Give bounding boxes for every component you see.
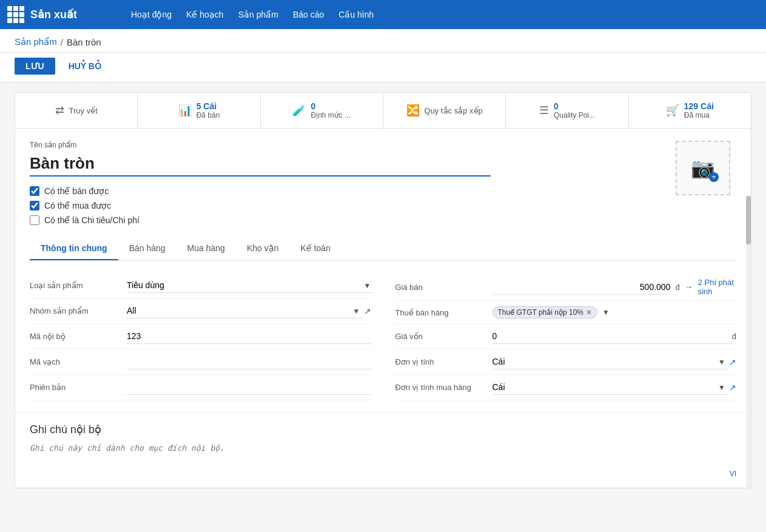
gia-ban-arrow: → bbox=[685, 282, 693, 292]
da-ban-num: 5 Cái bbox=[197, 101, 220, 111]
gia-ban-currency: đ bbox=[675, 283, 679, 292]
nhom-san-pham-label: Nhóm sản phẩm bbox=[30, 306, 127, 315]
tab-ke-toan[interactable]: Kế toán bbox=[289, 237, 341, 260]
stat-dinh-muc[interactable]: 🧪 0 Định mức ... bbox=[261, 93, 383, 128]
checkbox-co-the-mua: Có thể mua được bbox=[30, 201, 661, 210]
nav-item-san-pham[interactable]: Sản phẩm bbox=[238, 10, 278, 19]
app-logo[interactable]: Sản xuất bbox=[7, 6, 116, 23]
nhom-san-pham-value: All ▼ ↗ bbox=[127, 303, 371, 318]
tabs: Thông tin chung Bán hàng Mua hàng Kho vậ… bbox=[30, 237, 736, 261]
top-navigation: Sản xuất Hoạt động Kế hoạch Sản phẩm Báo… bbox=[0, 0, 766, 29]
dinh-muc-label: Định mức ... bbox=[311, 111, 351, 120]
nhom-san-pham-select[interactable]: All bbox=[127, 303, 363, 318]
camera-icon: 📷 + bbox=[691, 157, 715, 180]
main-content: ⇄ Truy vết 📊 5 Cái Đã bán 🧪 0 Định mức .… bbox=[0, 82, 766, 498]
field-don-vi-tinh-mua-hang: Đơn vị tính mua hàng Cái ▼ ↗ bbox=[395, 375, 737, 400]
ma-vach-input[interactable] bbox=[127, 354, 371, 369]
thue-ban-hang-label: Thuế bán hàng bbox=[395, 308, 492, 317]
ma-noi-bo-input[interactable] bbox=[127, 329, 371, 344]
gia-ban-label: Giá bán bbox=[395, 283, 492, 292]
don-vi-tinh-mua-hang-label: Đơn vị tính mua hàng bbox=[395, 383, 492, 392]
cb-co-the-ban-label[interactable]: Có thể bán được bbox=[44, 186, 109, 196]
phien-ban-input[interactable] bbox=[127, 380, 371, 395]
da-mua-icon: 🛒 bbox=[666, 104, 679, 117]
da-mua-label: Đã mua bbox=[684, 111, 714, 120]
da-mua-num: 129 Cái bbox=[684, 101, 714, 111]
field-phien-ban: Phiên bản bbox=[30, 375, 371, 400]
field-gia-von: Giá vốn đ bbox=[395, 324, 737, 349]
field-don-vi-tinh: Đơn vị tính Cái ▼ ↗ bbox=[395, 349, 737, 375]
notes-textarea[interactable] bbox=[30, 443, 736, 468]
product-card: ⇄ Truy vết 📊 5 Cái Đã bán 🧪 0 Định mức .… bbox=[15, 92, 751, 488]
da-ban-label: Đã bán bbox=[197, 111, 220, 120]
breadcrumb-parent[interactable]: Sản phẩm bbox=[15, 36, 57, 47]
field-nhom-san-pham: Nhóm sản phẩm All ▼ ↗ bbox=[30, 298, 371, 324]
stats-bar: ⇄ Truy vết 📊 5 Cái Đã bán 🧪 0 Định mức .… bbox=[15, 93, 751, 129]
breadcrumb-separator: / bbox=[61, 37, 63, 47]
tab-ban-hang[interactable]: Bán hàng bbox=[118, 237, 176, 260]
scrollbar-thumb[interactable] bbox=[746, 196, 751, 244]
quality-label: Quality Poi... bbox=[554, 111, 595, 120]
grid-apps-icon[interactable] bbox=[7, 6, 24, 23]
tab-mua-hang[interactable]: Mua hàng bbox=[176, 237, 236, 260]
cancel-button[interactable]: HUỶ BỎ bbox=[61, 58, 109, 75]
cb-co-the-la-label[interactable]: Có thể là Chi tiêu/Chi phí bbox=[44, 215, 139, 225]
quy-tac-label: Quy tắc sắp xếp bbox=[425, 106, 483, 115]
nav-item-cau-hinh[interactable]: Cấu hình bbox=[338, 10, 374, 19]
don-vi-tinh-select[interactable]: Cái bbox=[492, 354, 728, 369]
save-button[interactable]: LƯU bbox=[15, 58, 55, 75]
gia-ban-extra[interactable]: 2 Phí phát sinh bbox=[698, 278, 736, 296]
cb-co-the-mua-input[interactable] bbox=[30, 201, 39, 210]
stat-truy-vet[interactable]: ⇄ Truy vết bbox=[15, 93, 138, 128]
field-ma-vach: Mã vạch bbox=[30, 349, 371, 375]
truy-vet-label: Truy vết bbox=[69, 106, 98, 115]
gia-von-currency: đ bbox=[732, 332, 736, 341]
don-vi-tinh-external-icon[interactable]: ↗ bbox=[729, 357, 736, 367]
dinh-muc-icon: 🧪 bbox=[292, 104, 306, 117]
scrollbar[interactable] bbox=[746, 196, 751, 488]
stat-quy-tac[interactable]: 🔀 Quy tắc sắp xếp bbox=[383, 93, 506, 128]
don-vi-tinh-mua-hang-external-icon[interactable]: ↗ bbox=[729, 383, 736, 392]
stat-da-ban[interactable]: 📊 5 Cái Đã bán bbox=[138, 93, 260, 128]
breadcrumb: Sản phẩm / Bàn tròn bbox=[0, 29, 766, 53]
gia-von-input[interactable] bbox=[492, 329, 732, 344]
photo-upload[interactable]: 📷 + bbox=[676, 141, 730, 195]
thue-ban-hang-arrow: ▼ bbox=[602, 308, 610, 317]
checkbox-co-the-ban: Có thể bán được bbox=[30, 186, 661, 196]
checkbox-group: Có thể bán được Có thể mua được Có thể l… bbox=[30, 186, 661, 225]
nav-item-ke-hoach[interactable]: Kế hoạch bbox=[186, 10, 224, 19]
thue-gtgt-remove[interactable]: ✕ bbox=[586, 308, 592, 317]
don-vi-tinh-label: Đơn vị tính bbox=[395, 357, 492, 366]
da-ban-icon: 📊 bbox=[178, 104, 192, 117]
cb-co-the-mua-label[interactable]: Có thể mua được bbox=[44, 201, 111, 210]
notes-section: Ghi chú nội bộ VI bbox=[15, 412, 751, 488]
nav-item-hoat-dong[interactable]: Hoạt động bbox=[131, 10, 172, 19]
quality-num: 0 bbox=[554, 101, 595, 111]
cb-co-the-la-input[interactable] bbox=[30, 215, 39, 225]
ma-noi-bo-label: Mã nội bộ bbox=[30, 332, 127, 341]
plus-badge: + bbox=[709, 172, 719, 182]
field-loai-san-pham: Loại sản phẩm Tiêu dùng ▼ bbox=[30, 273, 371, 298]
product-name-input[interactable] bbox=[30, 152, 491, 177]
fields-right: Giá bán đ → 2 Phí phát sinh Thuế bán hàn… bbox=[395, 273, 737, 400]
form-left: Tên sản phẩm VI Có thể bán được Có thể m… bbox=[30, 141, 661, 225]
loai-san-pham-value: Tiêu dùng ▼ bbox=[127, 278, 371, 293]
stat-quality[interactable]: ☰ 0 Quality Poi... bbox=[506, 93, 628, 128]
tab-kho-van[interactable]: Kho vận bbox=[236, 237, 290, 260]
tab-thong-tin-chung[interactable]: Thông tin chung bbox=[30, 237, 118, 260]
nhom-san-pham-external-icon[interactable]: ↗ bbox=[364, 306, 371, 316]
notes-vi-link[interactable]: VI bbox=[30, 470, 736, 478]
product-name-label: Tên sản phẩm bbox=[30, 141, 661, 149]
stat-da-mua[interactable]: 🛒 129 Cái Đã mua bbox=[629, 93, 751, 128]
gia-von-label: Giá vốn bbox=[395, 332, 492, 341]
cb-co-the-ban-input[interactable] bbox=[30, 186, 39, 196]
loai-san-pham-select[interactable]: Tiêu dùng bbox=[127, 278, 374, 293]
phien-ban-label: Phiên bản bbox=[30, 383, 127, 392]
notes-title: Ghi chú nội bộ bbox=[30, 423, 736, 436]
don-vi-tinh-mua-hang-select[interactable]: Cái bbox=[492, 380, 728, 395]
gia-ban-input[interactable] bbox=[492, 280, 671, 295]
nav-item-bao-cao[interactable]: Báo cáo bbox=[293, 10, 324, 19]
breadcrumb-current: Bàn tròn bbox=[67, 37, 101, 47]
fields-left: Loại sản phẩm Tiêu dùng ▼ Nhóm sản phẩm bbox=[30, 273, 371, 400]
loai-san-pham-label: Loại sản phẩm bbox=[30, 281, 127, 290]
